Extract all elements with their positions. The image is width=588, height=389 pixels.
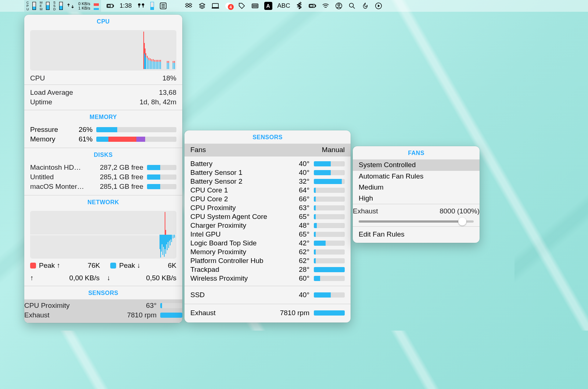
- temp-value: 64°: [287, 186, 309, 194]
- temp-row[interactable]: CPU System Agent Core65°: [184, 212, 351, 221]
- uptime-row[interactable]: Uptime 1d, 8h, 42m: [30, 97, 176, 107]
- temp-row[interactable]: Trackpad28°: [184, 265, 351, 274]
- net-up-rate: 0,00 KB/s: [34, 274, 107, 282]
- istat-main-popover: CPU CPU 18%: [24, 15, 182, 323]
- temp-bar: [314, 267, 345, 272]
- fan-mode-option[interactable]: Automatic Fan Rules: [353, 171, 480, 182]
- sensors-popover: SENSORS Fans Manual Battery40°Battery Se…: [184, 130, 351, 323]
- temp-row[interactable]: CPU Core 266°: [184, 195, 351, 203]
- temp-name: Charger Proximity: [190, 221, 283, 230]
- sensor-preview-list[interactable]: CPU Proximity63°Exhaust7810 rpm: [24, 299, 182, 323]
- svg-point-10: [338, 4, 340, 6]
- barcode-icon[interactable]: [251, 2, 259, 10]
- temp-row[interactable]: Platform Controller Hub62°: [184, 256, 351, 265]
- network-chart[interactable]: [30, 211, 176, 259]
- airpods-icon[interactable]: [137, 2, 145, 10]
- sensor-preview-row[interactable]: Exhaust7810 rpm: [24, 310, 182, 320]
- list-icon[interactable]: [159, 2, 167, 10]
- fan-mode-option[interactable]: System Controlled: [353, 159, 480, 170]
- user-icon[interactable]: [335, 2, 343, 10]
- temp-row[interactable]: CPU Core 164°: [184, 186, 351, 195]
- temp-bar: [314, 258, 345, 263]
- uptime-value: 1d, 8h, 42m: [140, 98, 176, 106]
- temp-row[interactable]: Charger Proximity48°: [184, 221, 351, 230]
- sensors-preview-title: SENSORS: [24, 286, 182, 299]
- memory-pressure-row[interactable]: Pressure 26%: [30, 125, 176, 134]
- fan-mode-option[interactable]: High: [353, 193, 480, 204]
- temp-name: CPU System Agent Core: [190, 213, 283, 221]
- sensor-preview-row[interactable]: CPU Proximity63°: [24, 301, 182, 310]
- network-rate-row[interactable]: ↑ 0,00 KB/s ↓ 0,50 KB/s: [24, 273, 182, 286]
- temp-value: 66°: [287, 195, 309, 203]
- temp-bar: [314, 232, 345, 237]
- dropbox-icon[interactable]: [185, 2, 193, 10]
- cpu-chart-pane: [32, 32, 161, 69]
- net-dn-arrow: ↓: [107, 274, 111, 282]
- temp-value: 40°: [287, 169, 309, 177]
- badge-count: 4: [228, 4, 234, 10]
- fans-exhaust-row: Exhaust 8000 (100%): [353, 204, 480, 216]
- disk-free: 285,1 GB free: [93, 183, 143, 191]
- temp-row[interactable]: Battery Sensor 232°: [184, 177, 351, 186]
- exhaust-rpm-row[interactable]: Exhaust 7810 rpm: [184, 309, 351, 317]
- edit-fan-rules-label: Edit Fan Rules: [359, 230, 405, 238]
- tag-icon[interactable]: [238, 2, 246, 10]
- temp-row[interactable]: Memory Proximity62°: [184, 248, 351, 256]
- input-source-label[interactable]: ABC: [277, 2, 290, 10]
- battery-system-icon[interactable]: [308, 2, 316, 10]
- uptime-label: Uptime: [30, 98, 52, 106]
- temp-row[interactable]: Logic Board Top Side42°: [184, 239, 351, 248]
- net-speed: 0 KB/s 1 KB/s: [78, 1, 90, 10]
- fan-slider-knob[interactable]: [458, 217, 466, 226]
- exhaust-bar: [314, 310, 345, 316]
- temp-name: Intel GPU: [190, 230, 283, 238]
- stack-icon[interactable]: [198, 2, 206, 10]
- input-source-icon[interactable]: A: [264, 2, 272, 10]
- menubar: CPU MEM SSD 0 KB/s 1 KB/s 1:38 4 A ABC: [0, 0, 588, 12]
- temp-row[interactable]: CPU Proximity63°: [184, 203, 351, 212]
- temp-value: 65°: [287, 230, 309, 238]
- temp-name: Trackpad: [190, 266, 283, 274]
- disk-row[interactable]: Macintosh HD…287,2 GB free: [30, 163, 176, 172]
- spotlight-icon[interactable]: [348, 2, 356, 10]
- fans-header-row[interactable]: Fans Manual: [184, 144, 351, 156]
- control-center-icon[interactable]: [374, 2, 383, 10]
- temp-name: Battery Sensor 2: [190, 177, 283, 186]
- wifi-icon[interactable]: [322, 2, 330, 10]
- display-icon[interactable]: [211, 2, 219, 10]
- temp-row[interactable]: Intel GPU65°: [184, 230, 351, 239]
- temp-mini-bar[interactable]: [150, 2, 154, 10]
- disk-free: 285,1 GB free: [93, 173, 143, 181]
- sensor-preview-value: 63°: [146, 302, 157, 310]
- cpu-chart[interactable]: [30, 30, 176, 71]
- load-average-row[interactable]: Load Average 13,68: [30, 88, 176, 97]
- istat-menus-block[interactable]: CPU MEM SSD 0 KB/s 1 KB/s: [24, 0, 101, 12]
- temp-row[interactable]: Battery40°: [184, 159, 351, 168]
- mem-mini-label: MEM: [40, 1, 42, 11]
- disk-row[interactable]: macOS Monter…285,1 GB free: [30, 182, 176, 191]
- fan-speed-slider[interactable]: [359, 220, 474, 223]
- flame-icon[interactable]: [361, 2, 369, 10]
- cpu-usage-row[interactable]: CPU 18%: [30, 73, 176, 83]
- cpu-section-title: CPU: [24, 15, 182, 28]
- clock[interactable]: 1:38: [119, 2, 132, 10]
- disks-section-title: DISKS: [24, 148, 182, 161]
- network-section-title: NETWORK: [24, 195, 182, 209]
- temp-bar: [314, 170, 345, 175]
- bluetooth-icon[interactable]: [295, 2, 303, 10]
- edit-fan-rules[interactable]: Edit Fan Rules: [353, 227, 480, 243]
- ssd-label: SSD: [190, 291, 283, 299]
- net-arrows-icon: [67, 2, 75, 10]
- ssd-bar: [314, 292, 345, 298]
- ssd-temp-row[interactable]: SSD 40°: [184, 291, 351, 299]
- temp-row[interactable]: Wireless Proximity60°: [184, 274, 351, 283]
- temp-row[interactable]: Battery Sensor 140°: [184, 168, 351, 177]
- notification-badge[interactable]: 4: [225, 2, 233, 10]
- battery-menubar-icon[interactable]: [106, 2, 114, 10]
- memory-usage-row[interactable]: Memory 61%: [30, 134, 176, 144]
- temp-bar: [314, 179, 345, 184]
- sensor-preview-name: CPU Proximity: [24, 302, 70, 310]
- fan-mode-option[interactable]: Medium: [353, 182, 480, 193]
- disk-row[interactable]: Untitled285,1 GB free: [30, 172, 176, 182]
- temp-name: Memory Proximity: [190, 248, 283, 256]
